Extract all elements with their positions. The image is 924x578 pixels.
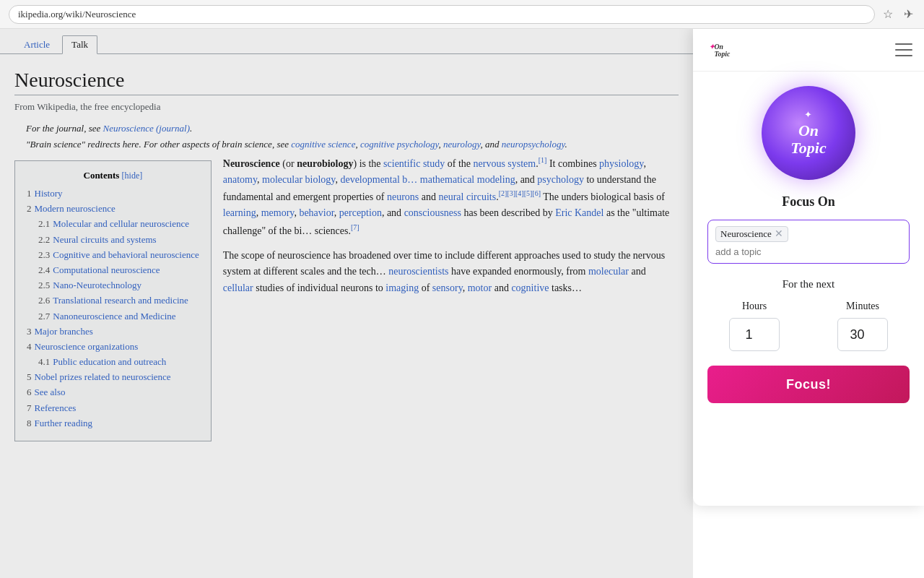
browser-chrome: ikipedia.org/wiki/Neuroscience ☆ ✈ [0,0,924,29]
hatnote-2: "Brain science" redirects here. For othe… [14,139,679,150]
focus-on-label: Focus On [782,194,835,210]
hours-input[interactable] [729,318,780,351]
toc-link-5[interactable]: 5Nobel prizes related to neuroscience [27,371,171,382]
toc-link-2-1[interactable]: 2.1Molecular and cellular neuroscience [38,218,189,229]
topic-tag-remove-button[interactable]: ✕ [775,229,783,239]
toc-link-2-4[interactable]: 2.4Computational neuroscience [38,264,160,275]
star-icon[interactable]: ☆ [881,7,895,22]
list-item: 2.6Translational research and medicine [27,294,199,307]
contents-toggle[interactable]: [hide] [122,171,143,181]
list-item: 2.1Molecular and cellular neuroscience [27,217,199,230]
link-mol-bio[interactable]: molecular biology [262,174,335,185]
list-item: 7References [27,402,199,415]
page-title: Neuroscience [14,69,679,95]
link-psychology[interactable]: psychology [537,174,584,185]
svg-text:Topic: Topic [715,50,731,58]
hours-label: Hours [742,301,767,312]
link-imaging[interactable]: imaging [385,282,419,293]
navigate-icon[interactable]: ✈ [901,7,915,22]
list-item: 5Nobel prizes related to neuroscience [27,371,199,384]
toc-link-8[interactable]: 8Further reading [27,418,92,428]
svg-text:On: On [715,43,723,51]
ontopic-body: ✦ OnTopic Focus On Neuroscience ✕ For th… [693,72,924,418]
list-item: 2.2Neural circuits and systems [27,233,199,246]
ontopic-logo-svg: ✦ On Topic [705,39,748,61]
toc-link-2-7[interactable]: 2.7Nanoneuroscience and Medicine [38,311,176,322]
url-bar[interactable]: ikipedia.org/wiki/Neuroscience [9,5,875,24]
tab-talk[interactable]: Talk [62,35,97,54]
toc-link-2-5[interactable]: 2.5Nano-Neurotechnology [38,280,141,290]
link-consciousness[interactable]: consciousness [404,207,461,218]
hours-column: Hours [707,301,801,351]
toc-link-1[interactable]: 1History [27,188,63,199]
toc-link-2[interactable]: 2Modern neuroscience [27,203,116,214]
list-item: 2.3Cognitive and behavioral neuroscience [27,249,199,262]
topic-input-box[interactable]: Neuroscience ✕ [707,220,910,264]
list-item: 4.1Public education and outreach [27,355,199,368]
link-molecular[interactable]: molecular [588,266,629,277]
link-neurology[interactable]: neurology [443,139,481,150]
link-perception[interactable]: perception [339,207,382,218]
hatnote-1: For the journal, see Neuroscience (journ… [14,123,679,134]
link-sensory[interactable]: sensory [432,282,463,293]
wiki-subtitle: From Wikipedia, the free encyclopedia [14,101,679,113]
link-dev-bio[interactable]: developmental b… [340,174,417,185]
list-item: 2.5Nano-Neurotechnology [27,279,199,292]
link-scientific-study[interactable]: scientific study [383,158,445,169]
wiki-content: Neuroscience From Wikipedia, the free en… [0,54,693,578]
link-cog-psy[interactable]: cognitive psychology [360,139,439,150]
link-cognitive[interactable]: cognitive [511,282,549,293]
topic-add-input[interactable] [715,246,837,257]
minutes-input[interactable] [837,318,888,351]
hamburger-menu-icon[interactable] [895,43,912,56]
minutes-column: Minutes [816,301,910,351]
contents-list: 1History 2Modern neuroscience 2.1Molecul… [27,187,199,430]
focus-button[interactable]: Focus! [707,366,910,403]
ontopic-header: ✦ On Topic [693,29,924,72]
topic-tag-label: Neuroscience [720,228,772,240]
toc-link-4[interactable]: 4Neuroscience organizations [27,341,138,352]
link-nervous-system[interactable]: nervous system [474,158,536,169]
minutes-label: Minutes [846,301,879,312]
list-item: 4Neuroscience organizations [27,340,199,353]
link-neurons[interactable]: neurons [387,191,419,202]
link-anatomy[interactable]: anatomy [223,174,257,185]
list-item: 6See also [27,386,199,399]
link-physiology[interactable]: physiology [599,158,643,169]
link-neural-circuits[interactable]: neural circuits [438,191,496,202]
contents-box: Contents [hide] 1History 2Modern neurosc… [14,160,212,441]
list-item: 2.7Nanoneuroscience and Medicine [27,310,199,323]
ontopic-big-logo: ✦ OnTopic [762,86,855,180]
link-cellular[interactable]: cellular [223,282,253,293]
link-behavior[interactable]: behavior [299,207,334,218]
for-next-label: For the next [707,278,910,290]
list-item: 2.4Computational neuroscience [27,264,199,277]
time-inputs: Hours Minutes [707,301,910,351]
topic-tag-neuroscience: Neuroscience ✕ [715,226,788,242]
toc-link-2-3[interactable]: 2.3Cognitive and behavioral neuroscience [38,249,199,260]
link-neuroscientists[interactable]: neuroscientists [388,266,448,277]
link-learning[interactable]: learning [223,207,256,218]
toc-link-2-6[interactable]: 2.6Translational research and medicine [38,295,188,306]
contents-title: Contents [hide] [27,170,199,181]
list-item: 3Major branches [27,325,199,338]
toc-link-3[interactable]: 3Major branches [27,326,93,337]
link-cog-sci[interactable]: cognitive science [291,139,355,150]
link-memory[interactable]: memory [261,207,295,218]
toc-link-4-1[interactable]: 4.1Public education and outreach [38,356,166,367]
list-item: 1History [27,187,199,200]
link-kandel[interactable]: Eric Kandel [555,207,603,218]
hatnote-1-link[interactable]: Neuroscience (journal) [103,123,190,134]
url-text: ikipedia.org/wiki/Neuroscience [18,9,136,20]
list-item: 8Further reading [27,417,199,430]
ontopic-logo-small: ✦ On Topic [705,39,748,61]
toc-link-7[interactable]: 7References [27,402,76,413]
toc-link-2-2[interactable]: 2.2Neural circuits and systems [38,234,157,245]
toc-link-6[interactable]: 6See also [27,387,65,397]
tab-article[interactable]: Article [14,35,59,53]
link-neuropsych[interactable]: neuropsychology [502,139,565,150]
link-motor[interactable]: motor [468,282,492,293]
link-math-model[interactable]: mathematical modeling [420,174,515,185]
list-item: 2Modern neuroscience [27,202,199,215]
ontopic-panel: ✦ On Topic ✦ OnTopic Focus On [693,29,924,506]
